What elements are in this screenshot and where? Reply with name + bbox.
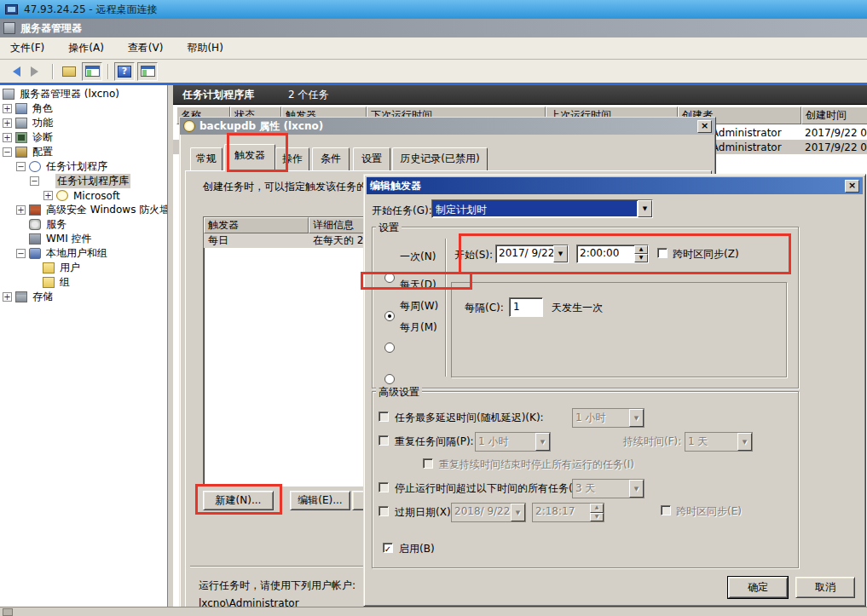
radio-daily[interactable] bbox=[384, 311, 395, 321]
tree-item-users[interactable]: 用户 bbox=[0, 261, 167, 275]
collapse-icon[interactable]: − bbox=[30, 176, 39, 186]
repeat-checkbox[interactable] bbox=[379, 435, 389, 446]
recur-input[interactable]: 1 bbox=[509, 297, 543, 317]
tree-item-root[interactable]: 服务器管理器 (lxcno) bbox=[0, 87, 167, 101]
tree-item-configuration[interactable]: −配置 bbox=[0, 145, 167, 159]
tree-item-features[interactable]: +功能 bbox=[0, 116, 167, 130]
repeat-select: 1 小时 ▼ bbox=[475, 432, 551, 452]
services-gear-icon bbox=[29, 219, 41, 230]
repeat-label[interactable]: 重复任务间隔(P): bbox=[395, 435, 474, 449]
menu-view[interactable]: 查看(V) bbox=[128, 41, 164, 55]
begin-task-value: 制定计划时 bbox=[433, 201, 637, 216]
tree-item-wmi[interactable]: WMI 控件 bbox=[0, 232, 167, 246]
enabled-label[interactable]: 启用(B) bbox=[399, 542, 435, 556]
collapse-icon[interactable]: − bbox=[16, 162, 26, 171]
ok-button[interactable]: 确定 bbox=[728, 577, 788, 598]
expand-icon[interactable]: + bbox=[43, 191, 53, 200]
highlight-daily-radio bbox=[361, 272, 472, 290]
expire-label[interactable]: 过期日期(X): bbox=[395, 505, 454, 520]
menu-help[interactable]: 帮助(H) bbox=[187, 41, 223, 55]
tree-item-local-users[interactable]: −本地用户和组 bbox=[0, 246, 167, 261]
highlight-new-button bbox=[195, 484, 282, 515]
close-icon[interactable]: × bbox=[845, 180, 859, 193]
begin-task-label: 开始任务(G): bbox=[372, 204, 432, 218]
tab-history[interactable]: 历史记录(已禁用) bbox=[392, 147, 488, 171]
tree-item-task-scheduler-library[interactable]: −任务计划程序库 bbox=[0, 174, 167, 188]
panel-title: 任务计划程序库 bbox=[182, 88, 254, 102]
collapse-icon[interactable]: − bbox=[3, 147, 12, 157]
rdp-title-bar: 47.93.24.25 - 远程桌面连接 bbox=[0, 0, 867, 19]
expand-icon[interactable]: + bbox=[3, 292, 12, 302]
expand-icon[interactable]: + bbox=[3, 133, 12, 142]
radio-monthly-label[interactable]: 每月(M) bbox=[400, 320, 437, 335]
forward-icon[interactable] bbox=[26, 62, 47, 81]
bottom-scrollbar-strip[interactable] bbox=[0, 607, 867, 616]
delay-checkbox[interactable] bbox=[379, 412, 389, 422]
expire-sync-timezone-checkbox[interactable] bbox=[661, 505, 671, 515]
menu-file[interactable]: 文件(F) bbox=[10, 41, 44, 55]
expand-icon[interactable]: + bbox=[3, 104, 12, 113]
cancel-button[interactable]: 取消 bbox=[795, 577, 855, 598]
firewall-icon bbox=[29, 204, 41, 216]
menu-action[interactable]: 操作(A) bbox=[68, 41, 104, 55]
users-group-icon bbox=[29, 248, 41, 259]
radio-weekly-label[interactable]: 每周(W) bbox=[400, 299, 438, 314]
stop-long-running-label[interactable]: 停止运行时间超过以下时间的所有任务(L): bbox=[395, 481, 586, 496]
tree-item-diagnostics[interactable]: +诊断 bbox=[0, 130, 167, 145]
tree-item-services[interactable]: 服务 bbox=[0, 217, 167, 232]
expand-icon[interactable]: + bbox=[16, 205, 26, 215]
stop-at-duration-end-checkbox[interactable] bbox=[423, 458, 433, 469]
column-header-created[interactable]: 创建时间 bbox=[801, 107, 867, 124]
back-icon[interactable] bbox=[3, 62, 24, 81]
stop-long-value: 3 天 bbox=[573, 480, 629, 498]
repeat-value: 1 小时 bbox=[476, 433, 535, 451]
chevron-down-icon: ▼ bbox=[511, 504, 525, 521]
tree-item-task-scheduler[interactable]: −任务计划程序 bbox=[0, 159, 167, 174]
radio-once-label[interactable]: 一次(N) bbox=[400, 250, 436, 264]
radio-monthly[interactable] bbox=[384, 374, 395, 384]
server-manager-title-bar: 服务器管理器 bbox=[0, 19, 867, 37]
tree-item-roles[interactable]: +角色 bbox=[0, 101, 167, 116]
duration-value: 1 天 bbox=[685, 433, 737, 451]
storage-icon bbox=[15, 291, 27, 302]
enabled-checkbox[interactable]: ✓ bbox=[383, 543, 393, 553]
task-created: 2017/9/22 0 bbox=[801, 141, 867, 153]
highlight-triggers-tab bbox=[227, 133, 288, 172]
settings-divider bbox=[445, 239, 447, 377]
settings-group-label: 设置 bbox=[376, 221, 402, 235]
tree-item-microsoft[interactable]: +Microsoft bbox=[0, 188, 167, 203]
tree-item-groups[interactable]: 组 bbox=[0, 275, 167, 290]
rdp-monitor-icon bbox=[5, 4, 18, 14]
show-console-tree-icon[interactable] bbox=[82, 62, 102, 81]
tab-settings[interactable]: 设置 bbox=[353, 147, 390, 171]
tab-conditions[interactable]: 条件 bbox=[312, 147, 350, 171]
expire-time-value: 2:18:17 bbox=[533, 504, 590, 521]
chevron-down-icon: ▼ bbox=[629, 409, 644, 427]
tab-general[interactable]: 常规 bbox=[190, 147, 223, 171]
trigger-column-header[interactable]: 触发器 bbox=[204, 217, 309, 233]
remote-desktop-screen: 47.93.24.25 - 远程桌面连接 服务器管理器 文件(F) 操作(A) … bbox=[0, 0, 867, 616]
delay-label[interactable]: 任务最多延迟时间(随机延迟)(K): bbox=[395, 411, 544, 425]
microsoft-tasks-icon bbox=[56, 190, 68, 201]
roles-icon bbox=[15, 103, 27, 114]
show-action-pane-icon[interactable] bbox=[137, 62, 158, 81]
close-icon[interactable]: × bbox=[697, 120, 712, 133]
tree-item-storage[interactable]: +存储 bbox=[0, 290, 167, 304]
stop-long-running-checkbox[interactable] bbox=[379, 482, 389, 492]
collapse-icon[interactable]: − bbox=[16, 249, 26, 258]
help-icon[interactable]: ? bbox=[114, 62, 135, 81]
trigger-name: 每日 bbox=[204, 233, 309, 248]
task-scheduler-icon bbox=[29, 161, 41, 172]
expire-checkbox[interactable] bbox=[379, 506, 389, 516]
task-clock-icon bbox=[183, 120, 195, 132]
expand-icon[interactable]: + bbox=[3, 118, 12, 128]
up-folder-icon[interactable] bbox=[59, 62, 79, 81]
radio-weekly[interactable] bbox=[384, 343, 395, 353]
expire-time-spinner: 2:18:17 ▲▼ bbox=[532, 503, 604, 522]
tree-item-firewall[interactable]: +高级安全 Windows 防火墙 bbox=[0, 203, 167, 217]
task-created: 2017/9/22 0 bbox=[801, 127, 867, 139]
begin-task-select[interactable]: 制定计划时 ▼ bbox=[431, 199, 653, 218]
chevron-down-icon[interactable]: ▼ bbox=[638, 200, 652, 217]
edit-trigger-button[interactable]: 编辑(E)... bbox=[290, 491, 350, 510]
scroll-corner-icon bbox=[3, 608, 13, 616]
